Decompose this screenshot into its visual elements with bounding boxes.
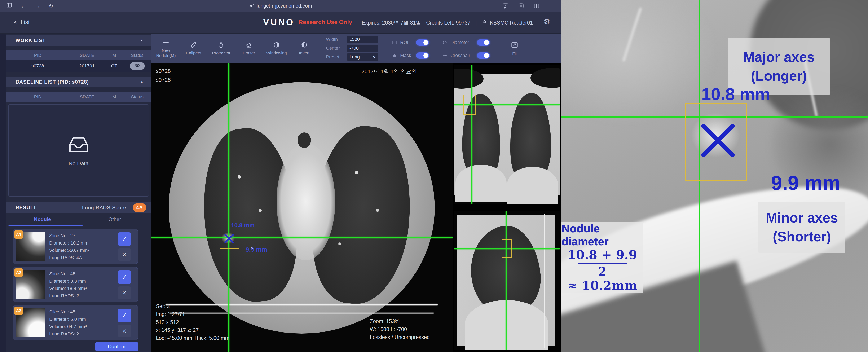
diameter-icon [442, 40, 447, 45]
calipers-tool-button[interactable]: Calipers [180, 35, 207, 62]
crosshair-icon [442, 53, 447, 58]
volume-line: Volume: 64.7 mm³ [49, 323, 87, 330]
collapse-icon[interactable]: ▲ [140, 38, 144, 42]
chat-icon[interactable] [502, 3, 509, 9]
width-input[interactable]: 1500 [347, 36, 378, 43]
reject-nodule-button[interactable]: × [118, 248, 131, 261]
browser-tabs-icon[interactable] [6, 2, 12, 10]
collapse-icon[interactable]: ▲ [140, 80, 144, 84]
volume-line: Volume: 18.8 mm³ [49, 285, 87, 292]
mask-toggle[interactable] [416, 53, 429, 59]
nodule-details: Slice No.: 27 Diameter: 10.2 mm Volume: … [49, 232, 89, 261]
formula-denominator: 2 [598, 265, 607, 279]
nodule-card-a3[interactable]: A3 Slice No.: 45 Diameter: 5.0 mm Volume… [13, 305, 138, 340]
worklist-section-header[interactable]: WORK LIST ▲ [6, 35, 151, 46]
new-nodule-tool-button[interactable]: New Nodule(M) [153, 35, 179, 62]
no-data-icon [67, 134, 90, 155]
back-arrow-icon[interactable]: ← [21, 3, 26, 9]
no-data-label: No Data [68, 160, 88, 167]
address-bar[interactable]: lungct-r-jp.vunomed.com [250, 0, 312, 12]
nodule-card-a1[interactable]: A1 Slice No.: 27 Diameter: 10.2 mm Volum… [13, 229, 138, 264]
confirm-button[interactable]: Confirm [95, 342, 138, 351]
accept-nodule-button[interactable]: ✓ [118, 309, 131, 322]
invert-tool-button[interactable]: Invert [291, 35, 318, 62]
protractor-tool-button[interactable]: Protractor [208, 35, 235, 62]
windowing-tool-button[interactable]: Windowing [263, 35, 290, 62]
forward-arrow-icon[interactable]: → [35, 3, 40, 9]
crosshair-vertical[interactable] [506, 211, 506, 350]
col-sdate: SDATE [69, 94, 105, 99]
reload-icon[interactable]: ↻ [49, 2, 54, 9]
col-pid: PID [6, 94, 69, 99]
split-view-icon[interactable] [533, 3, 540, 9]
crosshair-label: Crosshair [451, 53, 474, 58]
nodule-card-a2[interactable]: A2 Slice No.: 45 Diameter: 3.3 mm Volume… [13, 267, 138, 302]
user-menu[interactable]: KBSMC Reader01 [482, 20, 533, 26]
diameter-line: Diameter: 3.3 mm [49, 278, 87, 285]
crosshair-toggle[interactable] [477, 53, 490, 59]
baseline-section-header[interactable]: BASELINE LIST (PID: s0728) ▲ [6, 77, 151, 87]
nodule-details: Slice No.: 45 Diameter: 5.0 mm Volume: 6… [49, 308, 87, 338]
credits-label: Credits Left: 99737 [426, 20, 470, 26]
eraser-tool-button[interactable]: Eraser [236, 35, 262, 62]
crosshair-horizontal[interactable] [151, 237, 453, 238]
axial-viewport[interactable]: 10.8 mm 9.9 mm s0728 s0728 2017년 1월 1일 일… [151, 63, 453, 352]
cell-modality: CT [105, 63, 124, 69]
nodule-id-badge: A1 [14, 230, 23, 238]
viewer-toolbar: New Nodule(M) Calipers Protractor Eraser… [151, 34, 561, 63]
nodule-roi-box [463, 95, 475, 115]
eye-icon [134, 63, 140, 69]
nodule-id-badge: A3 [14, 307, 23, 315]
width-label: Width [326, 37, 347, 42]
roi-toggle[interactable] [416, 39, 429, 46]
diameter-toggle[interactable] [477, 39, 490, 46]
accept-nodule-button[interactable]: ✓ [118, 232, 131, 246]
sagittal-viewport[interactable] [454, 211, 560, 350]
vuno-logo: VUNO [263, 17, 294, 27]
mpr-panels [453, 63, 561, 352]
nodule-diameter-callout: Nodule diameter 10.8 + 9.9 2 ≈ 10.2mm [561, 222, 643, 293]
reject-nodule-button[interactable]: × [118, 286, 131, 299]
baseline-title: BASELINE LIST (PID: s0728) [16, 79, 89, 85]
coronal-viewport[interactable] [454, 65, 560, 204]
center-input[interactable]: -700 [347, 44, 378, 52]
result-section-header: RESULT Lung RADS Score : 4A [6, 202, 151, 213]
ct-table-line [544, 214, 545, 348]
diameter-formula-title: Nodule diameter [561, 222, 643, 248]
fit-button[interactable]: Fit [504, 37, 525, 60]
diameter-label: Diameter [451, 40, 474, 45]
series-info-overlay: Ser: 3 Img: 1 27/71 512 x 512 x: 145 y: … [156, 302, 229, 342]
worklist-row[interactable]: s0728 201701 CT [6, 60, 151, 72]
formula-numerator: 10.8 + 9.9 [567, 248, 637, 262]
preset-select[interactable]: Lung ∨ [347, 54, 378, 61]
link-icon [250, 3, 254, 9]
roi-icon [392, 40, 397, 45]
windowing-icon [273, 41, 280, 49]
reject-nodule-button[interactable]: × [118, 325, 131, 337]
lung-rads-score-label: Lung RADS Score : [82, 205, 129, 211]
result-title: RESULT [16, 205, 36, 211]
slice-line: Slice No.: 45 [49, 308, 87, 316]
col-status: Status [124, 94, 151, 99]
cell-pid: s0728 [6, 63, 69, 69]
patient-id-overlay: s0728 s0728 [156, 67, 171, 84]
nodule-x-marker [224, 233, 235, 244]
annotation-image: Major axes (Longer) 10.8 mm 9.9 mm Minor… [561, 0, 868, 352]
reader-icon[interactable] [518, 3, 524, 9]
volume-line: Volume: 550.7 mm³ [49, 247, 89, 254]
header-divider: | [475, 20, 477, 26]
tab-other[interactable]: Other [79, 213, 151, 225]
slice-line: Slice No.: 45 [49, 270, 87, 278]
view-status-button[interactable] [130, 62, 145, 70]
gear-icon[interactable]: ⚙ [544, 17, 550, 26]
app-header: < List VUNO Research Use Only | Expires:… [0, 12, 561, 34]
accept-nodule-button[interactable]: ✓ [118, 270, 131, 284]
screenshot-root: ← → ↻ lungct-r-jp.vunomed.com < List [0, 0, 868, 352]
tab-nodule[interactable]: Nodule [6, 213, 79, 225]
ct-diaphragm [456, 165, 506, 201]
col-pid: PID [6, 53, 69, 58]
crosshair-vertical[interactable] [471, 65, 472, 204]
lungrads-line: Lung-RADS: 2 [49, 330, 87, 338]
back-to-list-button[interactable]: < List [14, 19, 30, 26]
roi-label: ROI [400, 40, 413, 45]
